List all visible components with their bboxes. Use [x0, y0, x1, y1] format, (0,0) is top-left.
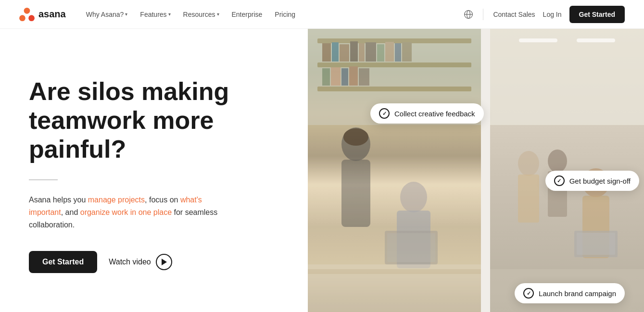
logo-text: asana	[38, 9, 66, 20]
svg-rect-14	[359, 43, 365, 62]
get-started-nav-button[interactable]: Get Started	[569, 6, 625, 23]
check-circle-icon: ✓	[554, 175, 565, 186]
hero-divider	[29, 179, 58, 180]
nav-resources[interactable]: Resources ▾	[178, 8, 224, 21]
chip-budget-label: Get budget sign-off	[569, 177, 631, 185]
check-circle-icon: ✓	[523, 288, 534, 299]
manage-projects-link[interactable]: manage projects	[88, 196, 145, 204]
organize-work-link[interactable]: organize work in one place	[80, 208, 172, 216]
svg-rect-22	[341, 68, 348, 86]
chip-collect-label: Collect creative feedback	[394, 110, 475, 118]
svg-rect-17	[385, 42, 394, 62]
task-chip-collect-feedback: ✓ Collect creative feedback	[370, 103, 484, 124]
svg-rect-19	[402, 42, 412, 62]
chip-launch-label: Launch brand campaign	[539, 289, 616, 298]
svg-point-28	[400, 182, 427, 212]
svg-rect-9	[317, 87, 471, 91]
nav-features[interactable]: Features ▾	[135, 8, 175, 21]
hero-title: Are silos making teamwork more painful?	[29, 77, 279, 163]
check-circle-icon: ✓	[379, 108, 390, 119]
svg-point-2	[28, 15, 35, 21]
office-photo-svg	[308, 29, 481, 312]
hero-section: Are silos making teamwork more painful? …	[0, 29, 308, 312]
nav-why-asana[interactable]: Why Asana? ▾	[81, 8, 133, 21]
watch-video-button[interactable]: Watch video	[109, 254, 172, 270]
svg-rect-45	[577, 233, 615, 255]
svg-rect-38	[518, 175, 539, 223]
svg-rect-8	[317, 62, 471, 67]
svg-rect-18	[395, 43, 401, 62]
logo-icon	[19, 8, 35, 21]
chevron-down-icon: ▾	[125, 12, 127, 17]
svg-rect-13	[350, 41, 358, 62]
nav-divider	[483, 9, 483, 20]
nav-pricing[interactable]: Pricing	[270, 8, 300, 21]
hero-images: ✓ Collect creative feedback ✓ Get budget…	[308, 29, 644, 312]
contact-sales-link[interactable]: Contact Sales	[493, 11, 535, 18]
svg-rect-31	[387, 233, 435, 262]
svg-rect-10	[322, 43, 331, 62]
svg-rect-26	[341, 160, 370, 227]
nav-right: Contact Sales Log In Get Started	[464, 6, 625, 23]
svg-rect-16	[377, 44, 384, 62]
svg-rect-15	[366, 42, 376, 62]
main-content: Are silos making teamwork more painful? …	[0, 29, 644, 312]
watch-video-label: Watch video	[109, 258, 151, 266]
chevron-down-icon: ▾	[168, 12, 171, 17]
svg-rect-20	[322, 68, 330, 86]
svg-rect-35	[519, 38, 557, 42]
globe-icon[interactable]	[464, 10, 473, 19]
nav-enterprise[interactable]: Enterprise	[227, 8, 267, 21]
svg-point-39	[548, 150, 567, 173]
logo[interactable]: asana	[19, 8, 66, 21]
hero-description: Asana helps you manage projects, focus o…	[29, 194, 221, 232]
svg-point-37	[518, 151, 539, 176]
svg-rect-24	[359, 68, 369, 86]
svg-rect-36	[577, 38, 615, 42]
svg-rect-34	[490, 29, 644, 125]
navigation: asana Why Asana? ▾ Features ▾ Resources …	[0, 0, 644, 29]
svg-rect-7	[317, 38, 471, 43]
task-chip-budget-signoff: ✓ Get budget sign-off	[545, 171, 639, 191]
svg-point-1	[19, 15, 25, 21]
svg-point-27	[343, 128, 368, 146]
photo-left	[308, 29, 481, 312]
get-started-hero-button[interactable]: Get Started	[29, 251, 97, 273]
login-link[interactable]: Log In	[543, 11, 562, 18]
svg-rect-21	[331, 67, 341, 86]
svg-rect-12	[340, 44, 349, 62]
nav-links: Why Asana? ▾ Features ▾ Resources ▾ Ente…	[81, 8, 464, 21]
svg-rect-11	[332, 42, 339, 62]
play-triangle-icon	[162, 259, 167, 265]
play-circle-icon	[156, 254, 172, 270]
svg-point-0	[24, 8, 30, 14]
svg-rect-23	[349, 66, 358, 86]
chevron-down-icon: ▾	[217, 12, 219, 17]
svg-rect-33	[308, 269, 481, 274]
task-chip-launch-campaign: ✓ Launch brand campaign	[515, 283, 625, 303]
hero-actions: Get Started Watch video	[29, 251, 279, 273]
